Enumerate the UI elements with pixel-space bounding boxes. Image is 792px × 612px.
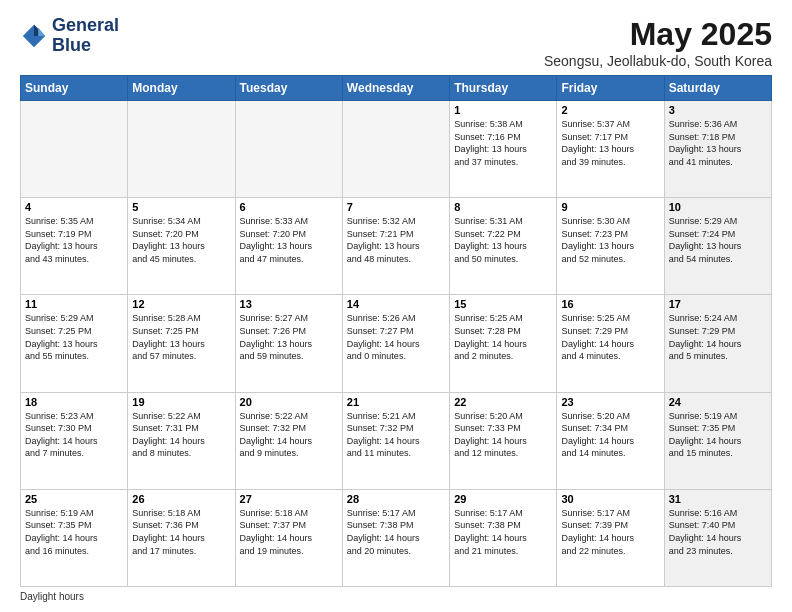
day-number: 16 [561,298,659,310]
calendar-week-row: 18Sunrise: 5:23 AM Sunset: 7:30 PM Dayli… [21,392,772,489]
calendar-cell: 3Sunrise: 5:36 AM Sunset: 7:18 PM Daylig… [664,101,771,198]
day-number: 31 [669,493,767,505]
title-section: May 2025 Seongsu, Jeollabuk-do, South Ko… [544,16,772,69]
calendar-header-saturday: Saturday [664,76,771,101]
day-info: Sunrise: 5:29 AM Sunset: 7:25 PM Dayligh… [25,312,123,362]
logo: General Blue [20,16,119,56]
header: General Blue May 2025 Seongsu, Jeollabuk… [20,16,772,69]
day-number: 30 [561,493,659,505]
day-info: Sunrise: 5:37 AM Sunset: 7:17 PM Dayligh… [561,118,659,168]
calendar-cell: 6Sunrise: 5:33 AM Sunset: 7:20 PM Daylig… [235,198,342,295]
day-info: Sunrise: 5:22 AM Sunset: 7:32 PM Dayligh… [240,410,338,460]
day-number: 5 [132,201,230,213]
day-info: Sunrise: 5:25 AM Sunset: 7:29 PM Dayligh… [561,312,659,362]
calendar-week-row: 1Sunrise: 5:38 AM Sunset: 7:16 PM Daylig… [21,101,772,198]
day-number: 18 [25,396,123,408]
calendar-header-sunday: Sunday [21,76,128,101]
day-number: 24 [669,396,767,408]
calendar-week-row: 11Sunrise: 5:29 AM Sunset: 7:25 PM Dayli… [21,295,772,392]
day-number: 20 [240,396,338,408]
calendar-cell: 14Sunrise: 5:26 AM Sunset: 7:27 PM Dayli… [342,295,449,392]
calendar-cell: 9Sunrise: 5:30 AM Sunset: 7:23 PM Daylig… [557,198,664,295]
calendar-cell: 19Sunrise: 5:22 AM Sunset: 7:31 PM Dayli… [128,392,235,489]
calendar-header-monday: Monday [128,76,235,101]
calendar-cell: 10Sunrise: 5:29 AM Sunset: 7:24 PM Dayli… [664,198,771,295]
calendar-week-row: 25Sunrise: 5:19 AM Sunset: 7:35 PM Dayli… [21,489,772,586]
day-number: 7 [347,201,445,213]
calendar-cell: 20Sunrise: 5:22 AM Sunset: 7:32 PM Dayli… [235,392,342,489]
svg-marker-2 [38,27,45,35]
calendar-cell: 31Sunrise: 5:16 AM Sunset: 7:40 PM Dayli… [664,489,771,586]
day-info: Sunrise: 5:26 AM Sunset: 7:27 PM Dayligh… [347,312,445,362]
day-number: 1 [454,104,552,116]
calendar-cell: 7Sunrise: 5:32 AM Sunset: 7:21 PM Daylig… [342,198,449,295]
day-number: 13 [240,298,338,310]
page: General Blue May 2025 Seongsu, Jeollabuk… [0,0,792,612]
calendar-header-friday: Friday [557,76,664,101]
day-number: 17 [669,298,767,310]
day-info: Sunrise: 5:17 AM Sunset: 7:38 PM Dayligh… [454,507,552,557]
day-info: Sunrise: 5:29 AM Sunset: 7:24 PM Dayligh… [669,215,767,265]
calendar-cell: 15Sunrise: 5:25 AM Sunset: 7:28 PM Dayli… [450,295,557,392]
footer-text: Daylight hours [20,591,84,602]
day-info: Sunrise: 5:36 AM Sunset: 7:18 PM Dayligh… [669,118,767,168]
day-info: Sunrise: 5:19 AM Sunset: 7:35 PM Dayligh… [669,410,767,460]
day-info: Sunrise: 5:34 AM Sunset: 7:20 PM Dayligh… [132,215,230,265]
calendar-cell: 8Sunrise: 5:31 AM Sunset: 7:22 PM Daylig… [450,198,557,295]
calendar-cell [128,101,235,198]
calendar-cell: 12Sunrise: 5:28 AM Sunset: 7:25 PM Dayli… [128,295,235,392]
calendar-week-row: 4Sunrise: 5:35 AM Sunset: 7:19 PM Daylig… [21,198,772,295]
calendar-cell: 25Sunrise: 5:19 AM Sunset: 7:35 PM Dayli… [21,489,128,586]
calendar-cell: 28Sunrise: 5:17 AM Sunset: 7:38 PM Dayli… [342,489,449,586]
calendar-cell: 4Sunrise: 5:35 AM Sunset: 7:19 PM Daylig… [21,198,128,295]
day-number: 21 [347,396,445,408]
day-info: Sunrise: 5:19 AM Sunset: 7:35 PM Dayligh… [25,507,123,557]
day-info: Sunrise: 5:22 AM Sunset: 7:31 PM Dayligh… [132,410,230,460]
day-info: Sunrise: 5:38 AM Sunset: 7:16 PM Dayligh… [454,118,552,168]
day-info: Sunrise: 5:35 AM Sunset: 7:19 PM Dayligh… [25,215,123,265]
day-number: 27 [240,493,338,505]
calendar-cell: 5Sunrise: 5:34 AM Sunset: 7:20 PM Daylig… [128,198,235,295]
day-number: 12 [132,298,230,310]
day-number: 28 [347,493,445,505]
calendar-table: SundayMondayTuesdayWednesdayThursdayFrid… [20,75,772,587]
logo-icon [20,22,48,50]
calendar-cell: 21Sunrise: 5:21 AM Sunset: 7:32 PM Dayli… [342,392,449,489]
calendar-cell: 13Sunrise: 5:27 AM Sunset: 7:26 PM Dayli… [235,295,342,392]
footer: Daylight hours [20,591,772,602]
day-number: 15 [454,298,552,310]
calendar-cell: 30Sunrise: 5:17 AM Sunset: 7:39 PM Dayli… [557,489,664,586]
day-info: Sunrise: 5:32 AM Sunset: 7:21 PM Dayligh… [347,215,445,265]
day-number: 2 [561,104,659,116]
day-number: 9 [561,201,659,213]
day-number: 29 [454,493,552,505]
day-info: Sunrise: 5:20 AM Sunset: 7:33 PM Dayligh… [454,410,552,460]
location: Seongsu, Jeollabuk-do, South Korea [544,53,772,69]
calendar-cell: 26Sunrise: 5:18 AM Sunset: 7:36 PM Dayli… [128,489,235,586]
day-info: Sunrise: 5:23 AM Sunset: 7:30 PM Dayligh… [25,410,123,460]
day-info: Sunrise: 5:24 AM Sunset: 7:29 PM Dayligh… [669,312,767,362]
day-info: Sunrise: 5:16 AM Sunset: 7:40 PM Dayligh… [669,507,767,557]
calendar-cell: 17Sunrise: 5:24 AM Sunset: 7:29 PM Dayli… [664,295,771,392]
day-info: Sunrise: 5:25 AM Sunset: 7:28 PM Dayligh… [454,312,552,362]
month-title: May 2025 [544,16,772,53]
calendar-cell: 1Sunrise: 5:38 AM Sunset: 7:16 PM Daylig… [450,101,557,198]
calendar-cell: 16Sunrise: 5:25 AM Sunset: 7:29 PM Dayli… [557,295,664,392]
day-info: Sunrise: 5:30 AM Sunset: 7:23 PM Dayligh… [561,215,659,265]
logo-text: General Blue [52,16,119,56]
day-info: Sunrise: 5:17 AM Sunset: 7:39 PM Dayligh… [561,507,659,557]
calendar-cell: 23Sunrise: 5:20 AM Sunset: 7:34 PM Dayli… [557,392,664,489]
calendar-cell [342,101,449,198]
calendar-header-row: SundayMondayTuesdayWednesdayThursdayFrid… [21,76,772,101]
calendar-cell [21,101,128,198]
day-info: Sunrise: 5:18 AM Sunset: 7:37 PM Dayligh… [240,507,338,557]
calendar-cell: 18Sunrise: 5:23 AM Sunset: 7:30 PM Dayli… [21,392,128,489]
day-info: Sunrise: 5:20 AM Sunset: 7:34 PM Dayligh… [561,410,659,460]
calendar-cell: 11Sunrise: 5:29 AM Sunset: 7:25 PM Dayli… [21,295,128,392]
day-info: Sunrise: 5:21 AM Sunset: 7:32 PM Dayligh… [347,410,445,460]
day-info: Sunrise: 5:28 AM Sunset: 7:25 PM Dayligh… [132,312,230,362]
day-number: 10 [669,201,767,213]
day-number: 8 [454,201,552,213]
calendar-header-tuesday: Tuesday [235,76,342,101]
calendar-header-wednesday: Wednesday [342,76,449,101]
